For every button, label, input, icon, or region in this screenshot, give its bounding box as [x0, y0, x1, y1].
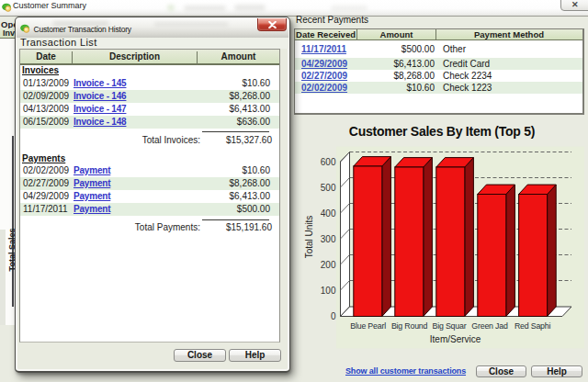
svg-text:300: 300 — [321, 234, 336, 244]
svg-text:600: 600 — [321, 157, 336, 167]
svg-text:Green Jad: Green Jad — [471, 321, 508, 331]
svg-text:Blue Pearl: Blue Pearl — [350, 321, 386, 331]
svg-text:Big Squar: Big Squar — [433, 321, 467, 331]
svg-text:Red Saphi: Red Saphi — [514, 321, 551, 331]
svg-text:Customer Sales By Item (Top 5): Customer Sales By Item (Top 5) — [349, 124, 535, 139]
svg-text:400: 400 — [321, 208, 336, 219]
svg-text:500: 500 — [321, 183, 336, 193]
svg-text:Item/Service: Item/Service — [430, 334, 481, 344]
svg-text:0: 0 — [331, 311, 336, 321]
svg-text:Big Round: Big Round — [391, 321, 428, 331]
svg-text:200: 200 — [321, 260, 336, 270]
svg-text:Total Units: Total Units — [304, 216, 314, 259]
svg-text:100: 100 — [321, 286, 336, 296]
